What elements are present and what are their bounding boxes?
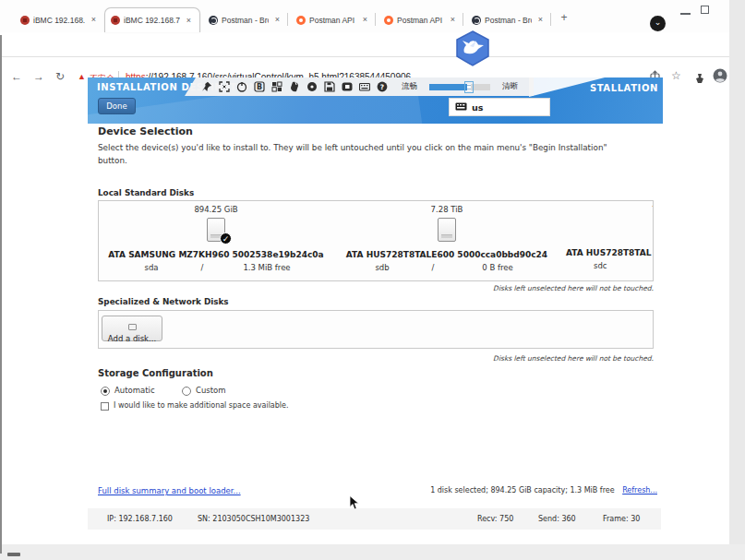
tab-postman-api-2[interactable]: Postman API Platfo ×: [379, 7, 463, 32]
tab-title: Postman API Platfo: [309, 16, 356, 25]
help-icon[interactable]: ?: [377, 81, 388, 92]
add-disk-label: Add a disk...: [102, 334, 162, 343]
search-tabs-button[interactable]: ⌄: [650, 16, 666, 31]
virtual-keyboard-icon[interactable]: [359, 81, 370, 92]
close-icon[interactable]: ×: [89, 15, 99, 25]
tab-postman-api-1[interactable]: Postman API Platfo ×: [291, 7, 376, 32]
pin-icon[interactable]: [201, 81, 212, 92]
hotkey-b-icon[interactable]: B: [254, 81, 265, 92]
postman-favicon: [209, 16, 218, 25]
profile-avatar[interactable]: [713, 68, 727, 87]
quality-low-label: 流畅: [402, 81, 417, 92]
disk-free: 1.3 MiB free: [211, 263, 322, 272]
radio-custom-label[interactable]: Custom: [196, 386, 226, 395]
keyboard-icon: [455, 102, 467, 113]
maximize-button[interactable]: [701, 6, 709, 14]
quality-slider[interactable]: [429, 84, 490, 90]
tab-separator: [463, 13, 463, 26]
tab-title: Postman API Platfo: [397, 16, 444, 25]
disk-sdb[interactable]: 7.28 TiB ATA HUS728T8TALE600 5000cca0bbd…: [337, 205, 557, 272]
record-icon[interactable]: [306, 81, 318, 92]
background-window-edge: [0, 35, 2, 554]
radio-custom[interactable]: [182, 387, 191, 396]
status-recv: Recv: 750: [477, 515, 513, 523]
svg-text:?: ?: [380, 83, 384, 91]
tab-title: iBMC 192.168.7.16: [33, 16, 85, 25]
installer-right-title: STALLATION: [590, 83, 658, 93]
keyboard-layout-value: us: [472, 102, 483, 113]
screenshot-grid-icon[interactable]: [271, 81, 282, 92]
radio-automatic-label[interactable]: Automatic: [114, 386, 155, 395]
reload-button[interactable]: ↻: [55, 70, 65, 83]
browser-toolbar: ← → ↻ ▲ 不安全 https://192.168.7.160/src/vi…: [0, 32, 729, 57]
close-icon[interactable]: ×: [184, 16, 194, 26]
postman-favicon: [296, 16, 306, 25]
close-icon[interactable]: ×: [535, 15, 546, 25]
desktop-edge: [0, 544, 745, 560]
video-capture-icon[interactable]: [342, 81, 353, 92]
tab-title: Postman - Browse: [222, 16, 269, 25]
extensions-pin-icon[interactable]: [694, 71, 705, 88]
tab-ibmc-2-active[interactable]: iBMC 192.168.7.16 ×: [104, 7, 200, 32]
selection-status: 1 disk selected; 894.25 GiB capacity; 1.…: [369, 486, 657, 494]
security-warning-icon[interactable]: ▲: [78, 72, 86, 81]
local-disks-title: Local Standard Disks: [98, 188, 194, 197]
minimize-button[interactable]: [680, 13, 691, 15]
additional-space-checkbox[interactable]: [101, 402, 109, 411]
tab-postman-browse-1[interactable]: Postman - Browse ×: [203, 7, 288, 32]
kvm-client-logo: [454, 30, 491, 70]
desktop-edge: [729, 0, 745, 560]
mouse-icon[interactable]: [289, 81, 300, 92]
close-icon[interactable]: ×: [272, 15, 282, 25]
full-disk-summary-link[interactable]: Full disk summary and boot loader...: [98, 486, 241, 495]
bookmark-star-icon[interactable]: ☆: [671, 69, 681, 82]
device-selection-text-line2: button.: [98, 156, 127, 165]
disk-size: 7: [557, 205, 654, 214]
device-selection-title: Device Selection: [98, 125, 193, 137]
disk-sda[interactable]: 894.25 GiB ✓ ATA SAMSUNG MZ7KH960 500253…: [106, 205, 326, 272]
disk-separator: /: [193, 263, 211, 272]
ibmc-favicon: [20, 16, 30, 25]
tab-postman-browse-2[interactable]: Postman - Browse ×: [466, 7, 551, 32]
quality-slider-fill: [429, 84, 468, 90]
local-disks-panel: 894.25 GiB ✓ ATA SAMSUNG MZ7KH960 500253…: [98, 200, 654, 281]
tab-title: iBMC 192.168.7.16: [124, 16, 180, 25]
taskbar-fragment: [7, 553, 20, 556]
disk-sdc-clipped[interactable]: 7 ATA HUS728T8TAL sdc: [557, 205, 654, 270]
postman-favicon: [472, 16, 481, 25]
add-disk-button[interactable]: Add a disk...: [102, 316, 162, 341]
disk-device: sdb: [341, 263, 424, 272]
power-icon[interactable]: [236, 81, 247, 92]
close-icon[interactable]: ×: [448, 15, 458, 25]
tab-ibmc-1[interactable]: iBMC 192.168.7.16 ×: [15, 7, 104, 32]
selected-check-icon: ✓: [220, 232, 232, 244]
tab-separator: [550, 13, 551, 26]
save-floppy-icon[interactable]: [324, 81, 335, 92]
mouse-cursor: [349, 495, 360, 514]
kvm-toolbar: B ? 流畅 清晰: [185, 77, 534, 96]
specialized-disks-title: Specialized & Network Disks: [98, 297, 229, 306]
tab-title: Postman - Browse: [485, 16, 532, 25]
refresh-link[interactable]: Refresh...: [622, 486, 657, 494]
new-tab-button[interactable]: +: [557, 11, 571, 26]
close-icon[interactable]: ×: [360, 15, 370, 25]
quality-slider-handle[interactable]: [464, 81, 474, 93]
tab-strip: iBMC 192.168.7.16 × iBMC 192.168.7.16 × …: [0, 0, 729, 32]
disk-size: 894.25 GiB: [106, 205, 326, 214]
postman-favicon: [384, 16, 393, 25]
back-button[interactable]: ←: [11, 70, 22, 83]
disk-name: ATA HUS728T8TALE600 5000cca0bbd90c24: [337, 250, 557, 259]
disk-free: 0 B free: [442, 263, 553, 272]
svg-text:B: B: [257, 83, 262, 91]
disk-icon: [438, 218, 456, 242]
fullscreen-icon[interactable]: [219, 81, 230, 92]
disk-icon: [128, 324, 137, 330]
radio-automatic[interactable]: [101, 387, 110, 396]
done-button[interactable]: Done: [98, 98, 136, 114]
desktop: iBMC 192.168.7.16 × iBMC 192.168.7.16 × …: [0, 0, 745, 560]
additional-space-label[interactable]: I would like to make additional space av…: [114, 401, 289, 410]
disk-device: sdc: [594, 261, 649, 270]
unselected-disks-note-2: Disks left unselected here will not be t…: [98, 354, 654, 363]
keyboard-layout-selector[interactable]: us: [449, 98, 550, 116]
forward-button[interactable]: →: [33, 70, 44, 83]
